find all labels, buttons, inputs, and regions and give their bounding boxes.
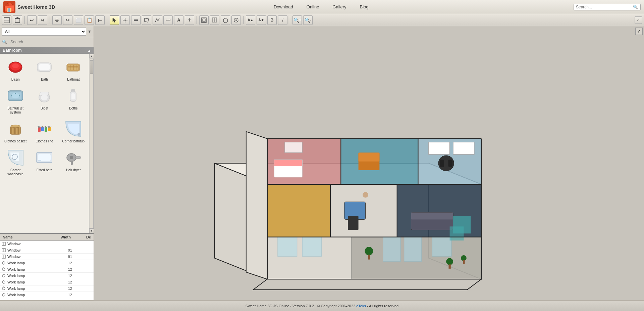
svg-rect-117	[411, 212, 453, 219]
undo-button[interactable]: ↩	[27, 15, 37, 25]
list-item-worklamp-6[interactable]: Work lamp 12	[0, 292, 94, 298]
svg-rect-128	[383, 237, 400, 262]
list-row-icon-window-2	[1, 248, 6, 253]
svg-rect-46	[71, 89, 75, 91]
furniture-item-bathtub-jet[interactable]: Bathtub jet system	[1, 84, 30, 116]
category-select[interactable]: All Bathroom Bedroom Kitchen Living room…	[2, 28, 86, 36]
nav-online[interactable]: Online	[300, 2, 326, 12]
3d-view-button[interactable]	[221, 15, 230, 25]
list-item-window-3[interactable]: Window 91	[0, 254, 94, 260]
furniture-item-bottle[interactable]: Bottle	[59, 84, 88, 116]
furniture-category-label: Bathroom ▲	[0, 47, 94, 54]
3d-view[interactable]	[94, 26, 644, 300]
pan-button[interactable]	[120, 15, 130, 25]
zoom-in-button[interactable]: 🔍+	[292, 15, 302, 25]
list-row-name-worklamp-1: Work lamp	[7, 261, 52, 265]
furniture-item-clothes-line[interactable]: Clothes line	[30, 117, 58, 145]
zoom-out-button[interactable]: 🔍-	[303, 15, 313, 25]
furniture-search-row: 🔍	[0, 37, 94, 47]
svg-rect-62	[38, 126, 40, 128]
list-item-worklamp-3[interactable]: Work lamp 12	[0, 273, 94, 279]
company-link[interactable]: eTeks	[356, 304, 366, 308]
list-row-name-worklamp-6: Work lamp	[7, 293, 52, 297]
nav-blog[interactable]: Blog	[353, 2, 375, 12]
top-search-input[interactable]	[576, 5, 633, 9]
top-search-box[interactable]: 🔍	[574, 4, 641, 10]
virtual-visit-button[interactable]	[231, 15, 241, 25]
list-item-worklamp-2[interactable]: Work lamp 12	[0, 266, 94, 273]
furniture-item-hair-dryer[interactable]: Hair dryer	[59, 146, 88, 178]
paste-button[interactable]: 📋	[85, 15, 94, 25]
list-row-icon-worklamp-4	[1, 280, 6, 284]
svg-rect-64	[45, 126, 46, 128]
increase-font-button[interactable]: A▲	[246, 15, 255, 25]
scroll-up-icon[interactable]: ▲	[88, 49, 91, 52]
status-bar: Sweet Home 3D JS Online / Version 7.0.2 …	[0, 300, 644, 311]
list-item-worklamp-1[interactable]: Work lamp 12	[0, 260, 94, 266]
scroll-up-arrow[interactable]: ▲	[89, 54, 94, 58]
create-dimension-button[interactable]	[163, 15, 173, 25]
furniture-item-bathmat[interactable]: Bathmat	[59, 55, 88, 83]
view-2d-button[interactable]	[2, 15, 11, 25]
scroll-thumb[interactable]	[90, 60, 93, 74]
svg-rect-123	[368, 255, 370, 260]
list-header-depth[interactable]: De	[72, 234, 92, 240]
furniture-item-clothes-basket[interactable]: Clothes basket	[1, 117, 30, 145]
main-toolbar: ↩ ↪ ⊕ ✂ ⬜ 📋 ⊢ A ✛ A▲ A▼ B I	[0, 14, 644, 26]
scroll-arrows: ▲	[88, 49, 91, 52]
canvas-area[interactable]: ⤢	[94, 26, 644, 300]
list-header-name[interactable]: Name	[1, 234, 52, 240]
plan-view-button[interactable]	[199, 15, 209, 25]
furniture-item-bidet[interactable]: Bidet	[30, 84, 58, 116]
create-wall-button[interactable]	[131, 15, 141, 25]
furniture-item-basin[interactable]: Basin	[1, 55, 30, 83]
create-room-button[interactable]	[142, 15, 151, 25]
cut-button[interactable]: ✂	[63, 15, 72, 25]
furniture-search-input[interactable]	[8, 39, 92, 45]
furniture-item-fitted-bath[interactable]: Fitted bath	[30, 146, 58, 178]
expand-button[interactable]: ⤢	[635, 16, 642, 24]
bottom-furniture-list: Name Width De Window Window 91	[0, 233, 94, 300]
dropdown-arrow-icon: ▼	[88, 29, 92, 34]
svg-rect-107	[453, 142, 474, 154]
hair-dryer-thumb	[63, 147, 84, 168]
list-item-window-2[interactable]: Window 91	[0, 247, 94, 254]
furniture-item-corner-bathtub[interactable]: Corner bathtub	[59, 117, 88, 145]
redo-button[interactable]: ↪	[38, 15, 47, 25]
decrease-font-button[interactable]: A▼	[257, 15, 266, 25]
list-row-width-worklamp-3: 12	[52, 274, 72, 278]
scroll-track[interactable]	[90, 59, 94, 228]
enable-move-button[interactable]: ⊕	[52, 15, 62, 25]
mirror-button[interactable]: ⊢	[95, 15, 105, 25]
list-row-width-worklamp-6: 12	[52, 293, 72, 297]
view-3d-button[interactable]	[13, 15, 22, 25]
list-item-window-1[interactable]: Window	[0, 241, 94, 247]
furniture-item-bath[interactable]: Bath	[30, 55, 58, 83]
scroll-down-arrow[interactable]: ▼	[89, 228, 94, 233]
bidet-thumb	[34, 86, 54, 106]
list-header-width[interactable]: Width	[52, 234, 72, 240]
svg-point-85	[2, 274, 5, 277]
copy-button[interactable]: ⬜	[74, 15, 83, 25]
split-view-button[interactable]	[210, 15, 219, 25]
italic-text-button[interactable]: I	[278, 15, 287, 25]
clothes-line-label: Clothes line	[36, 139, 53, 143]
svg-rect-125	[448, 264, 450, 269]
toolbar-sep-5	[243, 16, 244, 24]
bold-text-button[interactable]: B	[267, 15, 277, 25]
list-row-width-window-2: 91	[52, 248, 72, 252]
furniture-item-corner-washbasin[interactable]: Corner washbasin	[1, 146, 30, 178]
app-logo	[3, 1, 15, 13]
create-polyline-button[interactable]	[153, 15, 162, 25]
list-item-worklamp-5[interactable]: Work lamp 12	[0, 285, 94, 292]
list-row-name-window-3: Window	[7, 255, 52, 259]
nav-download[interactable]: Download	[267, 2, 300, 12]
create-text-button[interactable]: A	[174, 15, 183, 25]
logo-area: Sweet Home 3D	[3, 1, 55, 13]
list-item-worklamp-4[interactable]: Work lamp 12	[0, 279, 94, 285]
svg-point-124	[446, 258, 453, 265]
nav-gallery[interactable]: Gallery	[326, 2, 353, 12]
corner-expand-button[interactable]: ⤢	[635, 28, 643, 35]
create-compass-button[interactable]: ✛	[185, 15, 194, 25]
select-button[interactable]	[110, 15, 119, 25]
